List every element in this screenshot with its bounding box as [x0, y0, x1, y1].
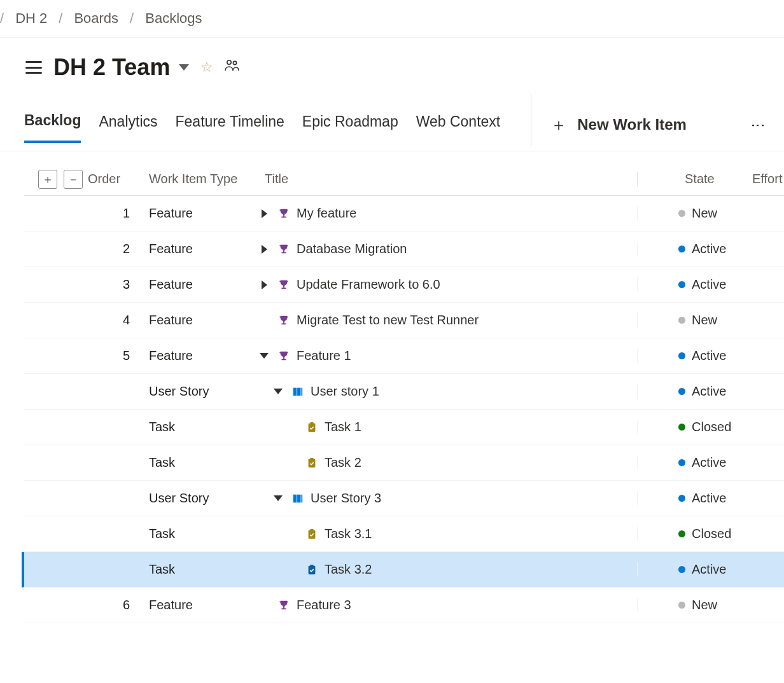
table-row[interactable]: TaskTask 3.2Active — [22, 552, 784, 588]
favorite-star-icon[interactable]: ☆ — [200, 59, 213, 76]
cell-title[interactable]: User Story 3 — [257, 491, 638, 506]
breadcrumb-project[interactable]: DH 2 — [15, 10, 47, 27]
work-item-title: Migrate Test to new Test Runner — [297, 313, 479, 328]
trophy-icon — [277, 315, 290, 326]
trophy-icon — [277, 350, 290, 362]
cell-type: Feature — [149, 277, 257, 292]
state-dot-icon — [678, 495, 685, 502]
cell-type: Feature — [149, 598, 257, 612]
breadcrumb-section[interactable]: Boards — [74, 10, 118, 27]
tab-epic-roadmap[interactable]: Epic Roadmap — [302, 108, 398, 142]
col-type[interactable]: Work Item Type — [149, 172, 257, 186]
cell-title[interactable]: Task 1 — [257, 420, 638, 434]
page-header: DH 2 Team ☆ — [0, 38, 784, 81]
plus-icon: ＋ — [550, 116, 567, 133]
state-label: Active — [692, 562, 726, 577]
cell-title[interactable]: Task 3.2 — [257, 562, 638, 577]
svg-rect-5 — [309, 423, 316, 432]
table-row[interactable]: 1FeatureMy featureNew — [24, 196, 784, 231]
state-label: New — [692, 598, 717, 612]
breadcrumb: / DH 2 / Boards / Backlogs — [0, 0, 784, 38]
table-row[interactable]: 4FeatureMigrate Test to new Test RunnerN… — [24, 303, 784, 338]
svg-rect-11 — [301, 494, 302, 502]
col-state[interactable]: State — [638, 172, 746, 186]
cell-type: Task — [149, 527, 257, 541]
cell-state: Closed — [638, 527, 746, 541]
state-label: Active — [692, 455, 726, 470]
cell-state: Active — [638, 455, 746, 470]
chevron-down-icon[interactable] — [257, 353, 271, 359]
table-row[interactable]: TaskTask 1Closed — [24, 410, 784, 445]
table-row[interactable]: 3FeatureUpdate Framework to 6.0Active — [24, 267, 784, 303]
new-work-item-button[interactable]: ＋ New Work Item — [550, 116, 687, 134]
work-item-title: Feature 3 — [297, 598, 351, 612]
state-dot-icon — [678, 388, 685, 395]
tab-web-context[interactable]: Web Context — [416, 108, 501, 142]
state-label: Active — [692, 242, 726, 256]
svg-rect-10 — [297, 494, 300, 502]
chevron-down-icon[interactable] — [271, 495, 285, 501]
work-item-title: User story 1 — [311, 384, 379, 399]
table-row[interactable]: 5FeatureFeature 1Active — [24, 338, 784, 374]
cell-order: 4 — [88, 313, 149, 328]
cell-title[interactable]: Feature 3 — [257, 598, 638, 612]
state-label: Active — [692, 491, 726, 506]
table-row[interactable]: User StoryUser story 1Active — [24, 374, 784, 410]
cell-type: Feature — [149, 206, 257, 221]
col-order[interactable]: Order — [88, 172, 149, 186]
cell-title[interactable]: Update Framework to 6.0 — [257, 277, 638, 292]
cell-state: New — [638, 313, 746, 328]
breadcrumb-sep: / — [0, 10, 4, 27]
cell-order: 5 — [88, 348, 149, 363]
new-work-item-label: New Work Item — [577, 116, 687, 134]
cell-state: Active — [638, 348, 746, 363]
table-row[interactable]: TaskTask 3.1Closed — [24, 516, 784, 552]
state-label: Closed — [692, 527, 731, 541]
cell-state: Active — [638, 562, 746, 577]
grid-body: 1FeatureMy featureNew2FeatureDatabase Mi… — [24, 196, 784, 623]
svg-rect-7 — [309, 459, 316, 467]
col-effort[interactable]: Effort — [746, 172, 784, 186]
chevron-right-icon[interactable] — [257, 280, 271, 289]
svg-rect-2 — [293, 387, 297, 396]
cell-type: Task — [149, 455, 257, 470]
cell-order: 1 — [88, 206, 149, 221]
table-row[interactable]: User StoryUser Story 3Active — [24, 481, 784, 516]
svg-rect-13 — [310, 528, 313, 531]
cell-type: Feature — [149, 242, 257, 256]
table-row[interactable]: 6FeatureFeature 3New — [24, 588, 784, 623]
state-label: Active — [692, 277, 726, 292]
collapse-all-button[interactable]: － — [64, 170, 83, 189]
table-row[interactable]: 2FeatureDatabase MigrationActive — [24, 231, 784, 267]
cell-title[interactable]: Feature 1 — [257, 348, 638, 363]
more-menu-icon[interactable]: ⋮ — [750, 118, 766, 131]
chevron-down-icon[interactable] — [271, 389, 285, 394]
cell-title[interactable]: Migrate Test to new Test Runner — [257, 313, 638, 328]
tab-analytics[interactable]: Analytics — [99, 108, 157, 142]
cell-title[interactable]: Task 3.1 — [257, 527, 638, 541]
table-row[interactable]: TaskTask 2Active — [24, 445, 784, 481]
team-picker-chevron-icon[interactable] — [179, 64, 189, 71]
cell-title[interactable]: Task 2 — [257, 455, 638, 470]
backlog-grid: ＋ － Order Work Item Type Title State Eff… — [24, 163, 784, 623]
breadcrumb-page[interactable]: Backlogs — [145, 10, 202, 27]
chevron-right-icon[interactable] — [257, 209, 271, 218]
hamburger-icon[interactable] — [25, 61, 42, 74]
cell-title[interactable]: User story 1 — [257, 384, 638, 399]
svg-rect-14 — [309, 565, 316, 574]
state-label: Active — [692, 384, 726, 399]
cell-state: New — [638, 598, 746, 612]
cell-title[interactable]: Database Migration — [257, 242, 638, 256]
expand-all-button[interactable]: ＋ — [38, 170, 57, 189]
tab-backlog[interactable]: Backlog — [24, 107, 81, 143]
chevron-right-icon[interactable] — [257, 245, 271, 254]
clipboard-icon — [305, 422, 318, 433]
col-title[interactable]: Title — [257, 172, 638, 186]
cell-type: User Story — [149, 491, 257, 506]
tab-feature-timeline[interactable]: Feature Timeline — [176, 108, 284, 142]
trophy-icon — [277, 279, 290, 291]
work-item-title: Database Migration — [297, 242, 407, 256]
cell-title[interactable]: My feature — [257, 206, 638, 221]
team-members-icon[interactable] — [225, 59, 240, 76]
cell-state: Active — [638, 277, 746, 292]
